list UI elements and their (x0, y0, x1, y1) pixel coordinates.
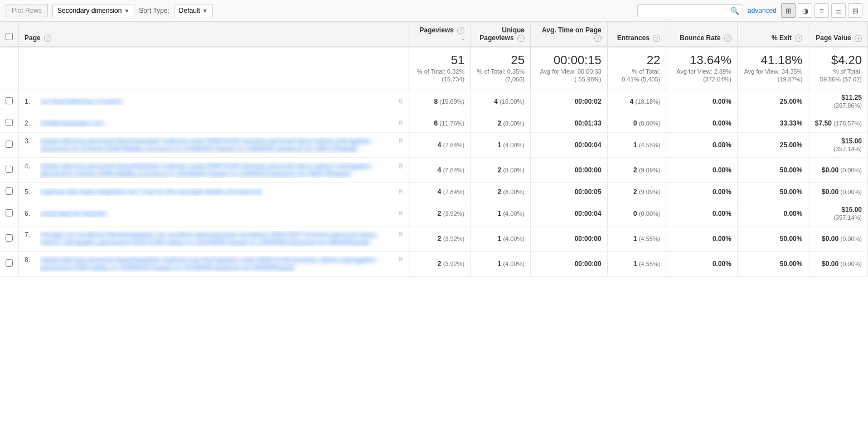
row-5-page-link[interactable]: mailman-law-injury-blog/who-can-i-sue-fo… (40, 188, 262, 196)
row-2-pct-exit-val: 33.33% (780, 119, 803, 127)
row-4-checkbox-cell (0, 158, 19, 183)
avg-time-col-label: Avg. Time on Page (542, 26, 602, 34)
row-7-copy-icon[interactable]: ⎘ (399, 231, 403, 238)
table-row: 7.chicago-car-accidents-illinois/hawaiia… (0, 226, 868, 252)
row-6-pct-exit-cell: 0.00% (737, 201, 808, 226)
row-2-checkbox[interactable] (6, 119, 13, 126)
chevron-down-icon-sort: ▼ (202, 8, 208, 14)
row-6-checkbox[interactable] (6, 209, 13, 216)
row-4-number: 4. (25, 162, 36, 170)
row-7-entrances-pct: (4.55%) (639, 235, 661, 242)
row-6-bounce-rate-cell: 0.00% (666, 201, 737, 226)
page-help-icon[interactable]: ? (44, 35, 51, 42)
row-4-entrances-cell: 2 (9.09%) (607, 158, 666, 183)
row-7-entrances-cell: 1 (4.55%) (607, 226, 666, 252)
row-1-number: 1. (25, 98, 36, 105)
secondary-dimension-dropdown[interactable]: Secondary dimension ▼ (52, 4, 134, 17)
view-table-icon[interactable]: ⊞ (781, 3, 796, 18)
select-all-header (0, 22, 19, 47)
row-7-page-value-pct: (0.00%) (840, 235, 862, 242)
row-3-pct-exit-cell: 25.00% (737, 133, 808, 158)
summary-bounce-rate-cell: 13.64% Avg for View: 2.89% (372.64%) (666, 47, 737, 89)
row-3-copy-icon[interactable]: ⎘ (399, 137, 403, 144)
row-2-bounce-rate-cell: 0.00% (666, 114, 737, 133)
summary-entrances-val: 22 (613, 53, 661, 67)
data-table: Page ? Pageviews ? ↓ UniquePageviews ? A… (0, 22, 868, 277)
summary-pageviews-cell: 51 % of Total: 0.32% (15,734) (409, 47, 471, 89)
row-2-copy-icon[interactable]: ⎘ (399, 119, 403, 126)
row-8-pct-exit-cell: 50.00% (737, 252, 808, 277)
row-6-entrances-val: 0 (633, 210, 637, 218)
advanced-link[interactable]: advanced (748, 7, 777, 15)
row-4-pct-exit-cell: 50.00% (737, 158, 808, 183)
row-4-copy-icon[interactable]: ⎘ (399, 162, 403, 169)
view-pivot-icon[interactable]: ⊟ (848, 3, 862, 18)
row-8-checkbox[interactable] (6, 259, 13, 267)
row-7-entrances-val: 1 (633, 235, 637, 243)
row-8-copy-icon[interactable]: ⎘ (399, 256, 403, 263)
row-2-page-link[interactable]: info@mainanlaw.com (40, 119, 104, 127)
row-4-entrances-val: 2 (633, 166, 637, 174)
row-6-page-value-cell: $15.00 (357.14%) (808, 201, 868, 226)
select-all-checkbox[interactable] (6, 33, 13, 40)
row-5-unique-pv-cell: 2 (8.00%) (471, 183, 531, 201)
row-7-checkbox-cell (0, 226, 19, 252)
summary-pct-exit-sub: Avg for View: 34.35% (19.87%) (744, 68, 803, 83)
row-4-avg-time-val: 00:00:00 (575, 166, 602, 174)
plot-rows-button[interactable]: Plot Rows (6, 4, 48, 17)
row-2-pageviews-val: 6 (434, 119, 438, 127)
row-6-unique-pv-pct: (4.00%) (503, 210, 525, 217)
pageviews-help-icon[interactable]: ? (457, 27, 464, 34)
search-box: 🔍 (637, 4, 743, 17)
row-8-page-value-cell: $0.00 (0.00%) (808, 252, 868, 277)
row-5-page-value-val: $0.00 (822, 188, 838, 196)
unique-pv-help-icon[interactable]: ? (517, 35, 525, 42)
row-5-bounce-rate-cell: 0.00% (666, 183, 737, 201)
row-3-page-link[interactable]: hawaii-attorney-personal-injury/hawaiian… (40, 137, 397, 153)
row-2-avg-time-val: 00:01:33 (575, 119, 602, 127)
pct-exit-help-icon[interactable]: ? (795, 35, 802, 42)
row-7-number: 7. (25, 231, 36, 239)
secondary-dimension-label: Secondary dimension (57, 7, 122, 15)
row-5-copy-icon[interactable]: ⎘ (399, 188, 403, 195)
search-input[interactable] (641, 7, 730, 15)
row-7-checkbox[interactable] (6, 234, 13, 242)
bounce-rate-help-icon[interactable]: ? (724, 35, 731, 42)
pct-exit-col-label: % Exit (772, 34, 792, 42)
row-1-checkbox[interactable] (6, 97, 13, 104)
row-7-page-value-val: $0.00 (822, 235, 838, 243)
row-2-page-cell: 2.info@mainanlaw.com⎘ (19, 114, 409, 133)
row-6-copy-icon[interactable]: ⎘ (399, 210, 403, 216)
row-2-bounce-rate-val: 0.00% (712, 119, 731, 127)
row-8-page-value-pct: (0.00%) (840, 261, 862, 267)
row-8-page-link[interactable]: hawaii-attorney-personal-injury/hawaiian… (40, 256, 397, 272)
row-3-checkbox[interactable] (6, 141, 13, 148)
row-4-checkbox[interactable] (6, 166, 13, 173)
entrances-help-icon[interactable]: ? (653, 35, 660, 42)
row-7-unique-pv-val: 1 (497, 235, 501, 243)
row-2-pageviews-pct: (11.76%) (440, 120, 465, 127)
sort-down-icon: ↓ (461, 34, 464, 42)
page-value-add-icon[interactable]: + (855, 35, 862, 42)
row-6-pageviews-val: 2 (438, 210, 442, 218)
entrances-column-header: Entrances ? (607, 22, 666, 47)
view-pie-icon[interactable]: ◑ (798, 3, 812, 18)
row-5-page-value-pct: (0.00%) (840, 189, 862, 195)
avg-time-help-icon[interactable]: ? (594, 35, 602, 42)
bounce-rate-column-header: Bounce Rate ? (666, 22, 737, 47)
row-4-page-link[interactable]: hawaii-attorney-personal-injury/hawaiian… (40, 162, 397, 178)
row-7-page-cell: 7.chicago-car-accidents-illinois/hawaiia… (19, 226, 409, 252)
row-5-checkbox[interactable] (6, 187, 13, 195)
row-6-page-link[interactable]: camp-lejeune-lawsuits (40, 210, 106, 218)
sort-type-dropdown[interactable]: Default ▼ (174, 4, 213, 17)
row-7-pageviews-cell: 2 (3.92%) (409, 226, 471, 252)
row-1-copy-icon[interactable]: ⎘ (399, 98, 403, 104)
view-filter-icon[interactable]: ⚌ (831, 3, 846, 18)
summary-pct-exit-cell: 41.18% Avg for View: 34.35% (19.87%) (737, 47, 808, 89)
table-row: 2.info@mainanlaw.com⎘6 (11.76%)2 (8.00%)… (0, 114, 868, 133)
row-3-page-value-val: $15.00 (841, 137, 862, 145)
row-1-page-link[interactable]: our-team/attorney-s-hudson (40, 98, 123, 105)
row-7-page-link[interactable]: chicago-car-accidents-illinois/hawaiian-… (40, 231, 397, 247)
row-6-avg-time-cell: 00:00:04 (530, 201, 607, 226)
view-list-icon[interactable]: ≡ (814, 3, 829, 18)
